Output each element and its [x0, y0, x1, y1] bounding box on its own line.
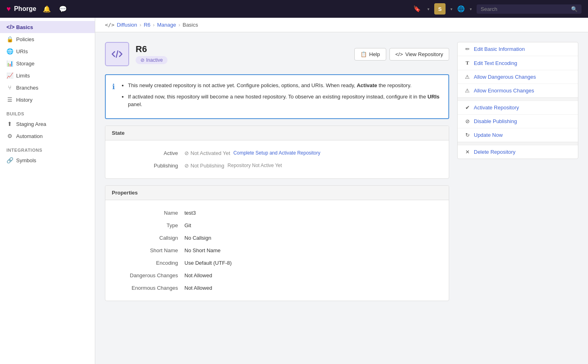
sidebar-label-uris: URIs [16, 48, 28, 54]
app-logo[interactable]: ♥ Phorge [6, 5, 36, 13]
repo-actions: 📋 Help </> View Repository [354, 48, 449, 61]
allow-dangerous-icon: ⚠ [464, 74, 471, 80]
storage-icon: 📊 [6, 60, 13, 67]
sidebar-item-limits[interactable]: 📈 Limits [0, 69, 95, 82]
globe-icon[interactable]: 🌐 [457, 5, 465, 13]
action-divider-1 [458, 98, 578, 101]
search-box[interactable]: 🔍 [477, 4, 582, 14]
update-now-icon: ↻ [464, 132, 471, 138]
dangerous-value: Not Allowed [184, 272, 212, 278]
search-input[interactable] [481, 6, 569, 12]
callsign-value: No Callsign [184, 235, 211, 241]
publishing-circle-icon: ⊘ [184, 163, 189, 169]
sidebar-label-limits: Limits [16, 73, 30, 79]
delete-icon: ✕ [464, 149, 471, 155]
short-name-label: Short Name [112, 247, 184, 253]
sidebar-item-basics[interactable]: </> Basics [0, 21, 95, 33]
sidebar-item-automation[interactable]: ⚙ Automation [0, 130, 95, 142]
sidebar-label-staging: Staging Area [16, 121, 46, 127]
sidebar-item-policies[interactable]: 🔒 Policies [0, 33, 95, 45]
basics-icon: </> [6, 24, 13, 30]
repo-title: R6 [136, 44, 167, 54]
repo-header: R6 ⊘ Inactive 📋 Help [105, 42, 449, 66]
sidebar-item-storage[interactable]: 📊 Storage [0, 57, 95, 69]
encoding-value: Use Default (UTF-8) [184, 260, 232, 266]
sidebar-item-history[interactable]: ☰ History [0, 94, 95, 106]
active-indicator: ⊘ Not Activated Yet [184, 150, 230, 156]
builds-section-header: BUILDS [0, 106, 95, 118]
info-box: ℹ This newly created repository is not a… [105, 74, 449, 119]
prop-name-row: Name test3 [112, 207, 442, 219]
action-activate[interactable]: ✔ Activate Repository [458, 101, 578, 115]
uris-icon: 🌐 [6, 48, 13, 54]
main-content: </> Diffusion › R6 › Manage › Basics [95, 18, 588, 364]
chat-icon[interactable]: 💬 [57, 4, 69, 15]
info-icon: ℹ [112, 82, 115, 112]
sidebar-label-automation: Automation [16, 133, 43, 139]
user-dropdown[interactable]: ▾ [450, 7, 452, 11]
action-delete[interactable]: ✕ Delete Repository [458, 145, 578, 159]
sidebar-item-branches[interactable]: ⑂ Branches [0, 82, 95, 94]
bookmarks-dropdown[interactable]: ▾ [427, 7, 429, 11]
state-table: Active ⊘ Not Activated Yet Complete Setu… [112, 147, 442, 172]
repo-status-label: Inactive [146, 57, 163, 63]
action-sidebar: ✏ Edit Basic Information T Edit Text Enc… [457, 42, 578, 308]
sidebar-item-staging[interactable]: ⬆ Staging Area [0, 118, 95, 130]
integrations-section-header: INTEGRATIONS [0, 142, 95, 154]
globe-dropdown[interactable]: ▾ [470, 7, 472, 11]
logo-icon: ♥ [6, 5, 11, 13]
inactive-circle-icon: ⊘ [140, 57, 144, 63]
history-icon: ☰ [6, 96, 13, 103]
breadcrumb-diffusion[interactable]: Diffusion [117, 22, 137, 28]
disable-publishing-icon: ⊘ [464, 118, 471, 124]
view-repository-button[interactable]: </> View Repository [389, 48, 450, 61]
name-value: test3 [184, 210, 196, 216]
automation-icon: ⚙ [6, 133, 13, 139]
dangerous-label: Dangerous Changes [112, 272, 184, 278]
name-label: Name [112, 210, 184, 216]
content-area: R6 ⊘ Inactive 📋 Help [95, 32, 588, 317]
prop-shortname-row: Short Name No Short Name [112, 244, 442, 257]
action-edit-basic[interactable]: ✏ Edit Basic Information [458, 42, 578, 56]
symbols-icon: 🔗 [6, 157, 13, 163]
breadcrumb-manage[interactable]: Manage [157, 22, 176, 28]
breadcrumb-r6[interactable]: R6 [144, 22, 151, 28]
publishing-indicator: ⊘ Not Publishing [184, 163, 224, 169]
sidebar-item-uris[interactable]: 🌐 URIs [0, 45, 95, 57]
app-name: Phorge [14, 5, 36, 13]
prop-enormous-row: Enormous Changes Not Allowed [112, 282, 442, 294]
properties-panel-body: Name test3 Type Git Callsign No Callsign [105, 200, 449, 301]
action-update-now[interactable]: ↻ Update Now [458, 128, 578, 142]
sidebar-item-symbols[interactable]: 🔗 Symbols [0, 154, 95, 166]
repo-header-left: R6 ⊘ Inactive [105, 42, 167, 66]
sidebar-label-policies: Policies [16, 36, 34, 42]
help-button[interactable]: 📋 Help [354, 48, 386, 61]
properties-panel: Properties Name test3 Type Git [105, 185, 449, 301]
user-avatar[interactable]: S [434, 3, 446, 15]
bookmarks-icon[interactable]: 🔖 [412, 4, 423, 14]
main-layout: </> Basics 🔒 Policies 🌐 URIs 📊 Storage 📈… [0, 18, 588, 364]
info-item-1: If activated now, this repository will b… [128, 93, 440, 109]
repo-title-block: R6 ⊘ Inactive [136, 44, 167, 64]
info-item-0: This newly created repository is not act… [128, 82, 440, 90]
active-value: ⊘ Not Activated Yet Complete Setup and A… [184, 150, 320, 156]
top-navigation: ♥ Phorge 🔔 💬 🔖 ▾ S ▾ 🌐 ▾ 🔍 [0, 0, 588, 18]
active-label: Active [112, 150, 184, 156]
info-content: This newly created repository is not act… [120, 82, 440, 112]
type-label: Type [112, 222, 184, 228]
edit-basic-icon: ✏ [464, 46, 471, 52]
state-panel-body: Active ⊘ Not Activated Yet Complete Setu… [105, 140, 449, 178]
sidebar-label-storage: Storage [16, 61, 35, 67]
action-allow-dangerous[interactable]: ⚠ Allow Dangerous Changes [458, 70, 578, 84]
notifications-icon[interactable]: 🔔 [41, 4, 52, 15]
activate-link[interactable]: Complete Setup and Activate Repository [233, 150, 320, 156]
action-edit-encoding[interactable]: T Edit Text Encoding [458, 56, 578, 70]
edit-encoding-icon: T [464, 60, 471, 66]
action-disable-publishing[interactable]: ⊘ Disable Publishing [458, 115, 578, 128]
sidebar-label-history: History [16, 97, 32, 103]
properties-panel-header: Properties [105, 186, 449, 200]
prop-dangerous-row: Dangerous Changes Not Allowed [112, 269, 442, 282]
state-panel-header: State [105, 126, 449, 140]
state-active-row: Active ⊘ Not Activated Yet Complete Setu… [112, 147, 442, 159]
action-allow-enormous[interactable]: ⚠ Allow Enormous Changes [458, 84, 578, 98]
